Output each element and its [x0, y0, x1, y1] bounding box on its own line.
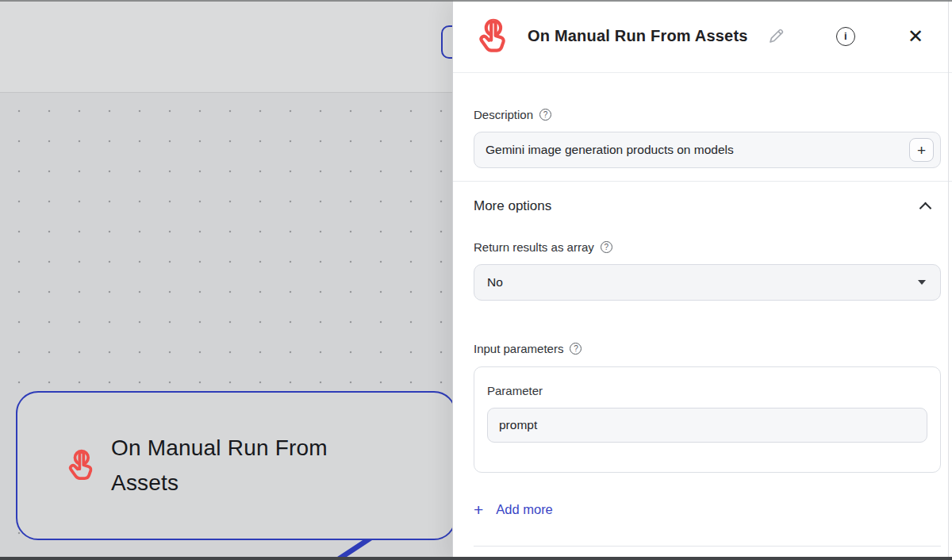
return-results-select[interactable]: No	[474, 264, 941, 301]
plus-icon: +	[474, 501, 483, 518]
tap-icon	[65, 447, 97, 484]
return-results-value: No	[487, 275, 503, 290]
close-icon[interactable]: ✕	[908, 27, 923, 46]
node-config-panel: On Manual Run From Assets i ✕ Descriptio…	[452, 0, 952, 560]
workflow-canvas[interactable]: On Manual Run From Assets	[0, 0, 452, 560]
section-divider	[453, 181, 952, 182]
description-add-button[interactable]: +	[909, 138, 934, 162]
canvas-toolbar	[0, 0, 452, 93]
screen-top-edge	[0, 0, 952, 2]
workflow-node-on-manual-run[interactable]: On Manual Run From Assets	[16, 391, 456, 540]
info-icon[interactable]: i	[836, 27, 855, 46]
more-options-label: More options	[474, 198, 551, 214]
tap-icon	[475, 17, 510, 56]
add-more-label: Add more	[496, 502, 553, 517]
panel-header: On Manual Run From Assets i ✕	[453, 0, 952, 73]
more-options-toggle[interactable]: More options	[474, 196, 941, 217]
input-parameters-label: Input parameters	[474, 342, 563, 355]
help-icon[interactable]: ?	[539, 109, 551, 121]
description-input[interactable]	[474, 132, 940, 167]
description-label: Description	[474, 108, 533, 121]
caret-down-icon	[918, 280, 926, 285]
parameter-label: Parameter	[487, 384, 927, 398]
parameter-card: Parameter	[474, 366, 941, 473]
add-more-button[interactable]: + Add more	[474, 501, 553, 518]
node-title: On Manual Run From Assets	[111, 431, 361, 501]
edit-title-icon[interactable]	[767, 28, 785, 45]
description-field: +	[474, 132, 941, 168]
panel-title: On Manual Run From Assets	[528, 27, 748, 45]
panel-body: Description ? + More options Return resu…	[453, 73, 952, 560]
panel-right-border	[948, 0, 949, 560]
help-icon[interactable]: ?	[601, 241, 612, 253]
help-icon[interactable]: ?	[570, 343, 582, 355]
screen-bottom-edge	[0, 557, 952, 560]
parameter-input[interactable]	[488, 408, 927, 442]
app-window: On Manual Run From Assets On Manual Run …	[0, 0, 952, 560]
parameter-field	[487, 408, 927, 443]
chevron-up-icon	[919, 201, 932, 214]
return-results-label: Return results as array	[474, 240, 594, 254]
